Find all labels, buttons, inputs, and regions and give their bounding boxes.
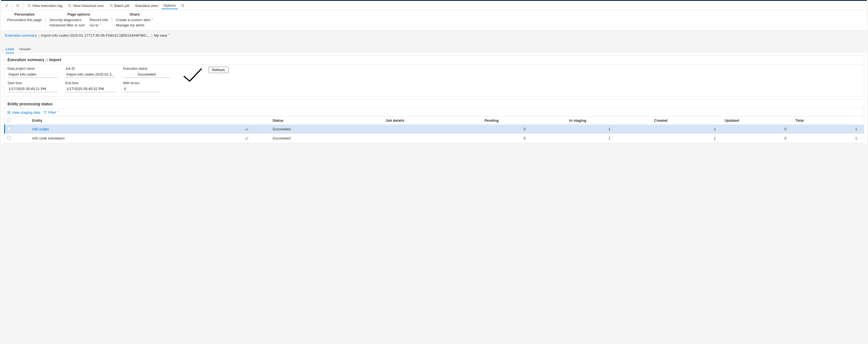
data-project-label: Data project name [7,67,58,70]
tab-lines[interactable]: Lines [5,47,14,53]
standard-view-label: Standard view [135,4,158,8]
chevron-down-icon: ˅ [57,110,59,114]
exec-status-label: Execution status [123,67,170,70]
data-project-field[interactable] [7,71,58,78]
view-staging-label: View staging data [12,110,40,114]
col-status[interactable]: Status [270,116,383,125]
separator [12,2,12,9]
job-id-field[interactable] [65,71,115,78]
row-check-icon [242,124,271,134]
view-historical-runs-label: View historical runs [73,4,104,8]
exec-status-field[interactable] [123,71,170,78]
options-tab[interactable]: Options [161,2,178,9]
entity-name: Info code translation [32,136,65,140]
ribbon-title-personalize: Personalize [7,12,42,18]
personalize-this-page-link[interactable]: Personalize this page [7,18,42,22]
row-total: 1 [793,134,864,143]
with-errors-field[interactable] [123,86,159,92]
row-job-details [383,134,482,143]
options-label: Options [163,3,176,7]
back-icon[interactable] [3,2,10,9]
manage-my-alerts-link[interactable]: Manage my alerts [116,23,153,28]
separator [23,2,23,9]
row-created: 1 [652,124,722,134]
col-updated[interactable]: Updated [722,116,793,125]
advanced-filter-link[interactable]: Advanced filter or sort [50,23,85,28]
row-total: 1 [793,124,864,134]
col-job-details[interactable]: Job details [383,116,482,125]
my-view-dropdown[interactable]: My view˅ [154,33,169,37]
view-staging-data-button[interactable]: View staging data [7,110,40,114]
create-custom-alert-link[interactable]: Create a custom alert˅ [116,18,153,22]
col-pending[interactable]: Pending [482,116,567,125]
ribbon-group-share: Share Create a custom alert˅ Manage my a… [112,12,157,28]
breadcrumb-separator: | [38,33,39,37]
table-row[interactable]: Info codesSucceeded01101 [5,124,864,134]
chevron-down-icon: ˅ [152,18,154,22]
view-historical-runs-button[interactable]: View historical runs [65,2,106,9]
breadcrumb-text: Import info codes-2025-01-17T17:45:06-F0… [41,33,150,37]
options-ribbon: Personalize Personalize this page Page o… [1,10,867,31]
col-in-staging[interactable]: In staging [567,116,652,125]
breadcrumb: Execution summary | Import info codes-20… [1,31,867,40]
action-bar: View execution log View historical runs … [1,1,867,10]
col-created[interactable]: Created [652,116,722,125]
filter-label: Filter [48,110,56,114]
list-icon[interactable] [14,2,21,9]
col-total[interactable]: Total [793,116,864,125]
view-execution-log-label: View execution log [32,4,62,8]
row-in-staging: 1 [567,134,652,143]
ribbon-group-personalize: Personalize Personalize this page [3,12,45,28]
entity-grid: Entity Status Job details Pending In sta… [4,116,864,143]
col-entity[interactable]: Entity [30,116,242,125]
go-to-label: Go to [90,23,99,27]
end-time-label: End time [65,81,115,85]
row-check-icon [242,134,271,143]
execution-summary-title: Execution summary :: Import [4,55,864,64]
entity-link[interactable]: Info codes [32,127,49,131]
view-execution-log-button[interactable]: View execution log [25,2,64,9]
my-view-label: My view [154,33,167,37]
entity-processing-section: Entity processing status View staging da… [4,99,864,143]
row-in-staging: 1 [567,124,652,134]
svg-point-0 [181,4,184,6]
row-updated: 0 [722,124,793,134]
select-all-radio[interactable] [7,118,11,122]
security-diagnostics-link[interactable]: Security diagnostics [50,18,85,22]
filter-button[interactable]: Filter˅ [43,110,59,114]
record-info-link[interactable]: Record info [90,18,108,22]
ribbon-title-page-options: Page options [50,12,108,18]
with-errors-label: With errors: [123,81,170,85]
row-select-radio[interactable] [7,127,11,131]
row-select-radio[interactable] [7,136,11,140]
job-id-label: Job ID [65,67,115,70]
row-pending: 0 [482,134,567,143]
detail-tabs: Lines Header [1,40,867,53]
row-job-details [383,124,482,134]
row-pending: 0 [482,124,567,134]
breadcrumb-link[interactable]: Execution summary [5,33,37,37]
go-to-link[interactable]: Go to˅ [90,23,108,28]
tab-header[interactable]: Header [19,47,31,53]
ribbon-title-share: Share [116,12,153,18]
row-status: Succeeded [270,124,383,134]
ribbon-group-page-options: Page options Security diagnostics Advanc… [45,12,112,28]
standard-view-button[interactable]: Standard view [133,2,160,9]
entity-processing-title: Entity processing status [4,99,864,109]
end-time-field[interactable] [65,86,115,92]
chevron-down-icon: ˅ [100,23,102,27]
refresh-button[interactable]: Refresh [209,67,228,73]
create-custom-alert-label: Create a custom alert [116,18,150,22]
success-check-icon [181,67,204,83]
breadcrumb-separator: | [151,33,152,37]
row-created: 1 [652,134,722,143]
search-icon[interactable] [179,2,186,9]
row-updated: 0 [722,134,793,143]
table-row[interactable]: Info code translationSucceeded01101 [5,134,864,143]
start-time-label: Start time [7,81,58,85]
chevron-down-icon: ˅ [168,33,169,37]
row-status: Succeeded [270,134,383,143]
batch-job-button[interactable]: Batch job [107,2,132,9]
batch-job-label: Batch job [115,4,129,8]
start-time-field[interactable] [7,86,58,92]
